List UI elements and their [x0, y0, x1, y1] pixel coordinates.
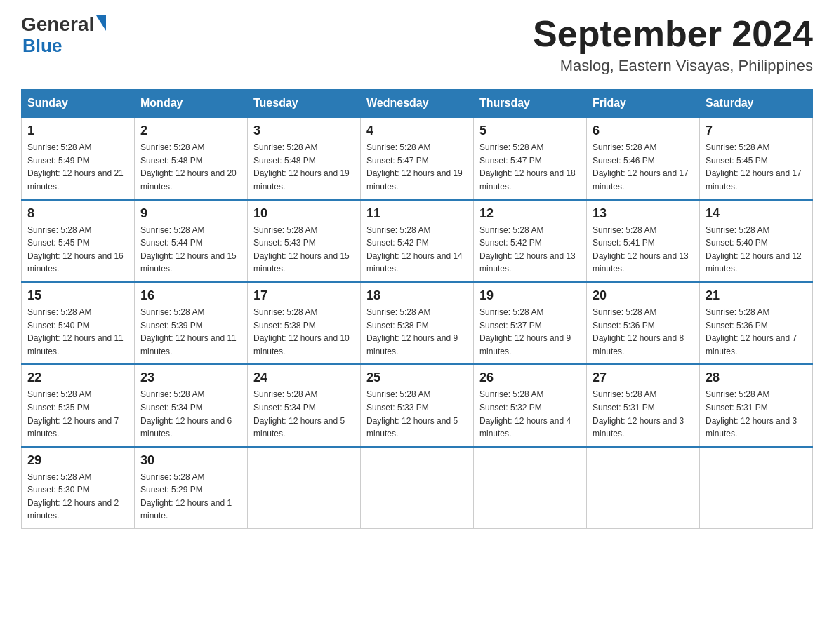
table-row: 27 Sunrise: 5:28 AM Sunset: 5:31 PM Dayl… [587, 364, 700, 446]
sunset-text: Sunset: 5:31 PM [593, 403, 655, 412]
sunset-text: Sunset: 5:41 PM [593, 238, 655, 248]
day-number: 13 [593, 206, 694, 221]
sunset-text: Sunset: 5:38 PM [366, 321, 429, 330]
calendar-week-row: 1 Sunrise: 5:28 AM Sunset: 5:49 PM Dayli… [22, 117, 813, 199]
day-number: 20 [593, 288, 694, 303]
day-info: Sunrise: 5:28 AM Sunset: 5:48 PM Dayligh… [140, 141, 241, 193]
day-info: Sunrise: 5:28 AM Sunset: 5:32 PM Dayligh… [479, 388, 581, 440]
sunset-text: Sunset: 5:40 PM [706, 238, 768, 248]
day-number: 9 [140, 206, 241, 221]
day-info: Sunrise: 5:28 AM Sunset: 5:44 PM Dayligh… [140, 224, 241, 276]
location-subtitle: Maslog, Eastern Visayas, Philippines [533, 57, 813, 75]
header-tuesday: Tuesday [248, 90, 361, 118]
daylight-text: Daylight: 12 hours and 15 minutes. [253, 251, 350, 274]
sunrise-text: Sunrise: 5:28 AM [366, 389, 430, 399]
header-sunday: Sunday [22, 90, 135, 118]
sunset-text: Sunset: 5:48 PM [253, 156, 316, 166]
daylight-text: Daylight: 12 hours and 17 minutes. [706, 168, 802, 192]
sunset-text: Sunset: 5:47 PM [366, 156, 429, 166]
day-number: 19 [479, 288, 581, 303]
sunrise-text: Sunrise: 5:28 AM [27, 472, 91, 482]
sunset-text: Sunset: 5:32 PM [479, 403, 542, 412]
day-number: 12 [479, 206, 581, 221]
calendar-week-row: 29 Sunrise: 5:28 AM Sunset: 5:30 PM Dayl… [22, 447, 813, 529]
table-row: 20 Sunrise: 5:28 AM Sunset: 5:36 PM Dayl… [587, 282, 700, 364]
sunset-text: Sunset: 5:47 PM [479, 156, 542, 166]
table-row: 16 Sunrise: 5:28 AM Sunset: 5:39 PM Dayl… [135, 282, 248, 364]
sunset-text: Sunset: 5:34 PM [253, 403, 316, 412]
table-row: 14 Sunrise: 5:28 AM Sunset: 5:40 PM Dayl… [700, 200, 813, 282]
table-row: 21 Sunrise: 5:28 AM Sunset: 5:36 PM Dayl… [700, 282, 813, 364]
daylight-text: Daylight: 12 hours and 15 minutes. [140, 251, 237, 274]
daylight-text: Daylight: 12 hours and 9 minutes. [366, 333, 458, 356]
day-info: Sunrise: 5:28 AM Sunset: 5:48 PM Dayligh… [253, 141, 355, 193]
sunrise-text: Sunrise: 5:28 AM [479, 142, 543, 152]
daylight-text: Daylight: 12 hours and 12 minutes. [706, 251, 802, 274]
table-row: 10 Sunrise: 5:28 AM Sunset: 5:43 PM Dayl… [248, 200, 361, 282]
header-saturday: Saturday [700, 90, 813, 118]
table-row [587, 447, 700, 529]
daylight-text: Daylight: 12 hours and 1 minute. [140, 498, 232, 521]
day-info: Sunrise: 5:28 AM Sunset: 5:40 PM Dayligh… [27, 306, 128, 358]
daylight-text: Daylight: 12 hours and 2 minutes. [27, 498, 119, 521]
calendar-header-row: Sunday Monday Tuesday Wednesday Thursday… [22, 90, 813, 118]
table-row: 22 Sunrise: 5:28 AM Sunset: 5:35 PM Dayl… [22, 364, 135, 446]
day-number: 28 [706, 370, 807, 385]
day-number: 27 [593, 370, 694, 385]
sunrise-text: Sunrise: 5:28 AM [253, 225, 317, 235]
sunrise-text: Sunrise: 5:28 AM [27, 142, 91, 152]
sunrise-text: Sunrise: 5:28 AM [140, 389, 204, 399]
sunrise-text: Sunrise: 5:28 AM [593, 225, 656, 235]
day-number: 24 [253, 370, 355, 385]
title-section: September 2024 Maslog, Eastern Visayas, … [533, 14, 813, 75]
table-row: 9 Sunrise: 5:28 AM Sunset: 5:44 PM Dayli… [135, 200, 248, 282]
table-row: 19 Sunrise: 5:28 AM Sunset: 5:37 PM Dayl… [474, 282, 587, 364]
sunrise-text: Sunrise: 5:28 AM [253, 389, 317, 399]
day-info: Sunrise: 5:28 AM Sunset: 5:30 PM Dayligh… [27, 471, 128, 523]
day-info: Sunrise: 5:28 AM Sunset: 5:36 PM Dayligh… [706, 306, 807, 358]
header-monday: Monday [135, 90, 248, 118]
table-row: 11 Sunrise: 5:28 AM Sunset: 5:42 PM Dayl… [361, 200, 474, 282]
table-row: 7 Sunrise: 5:28 AM Sunset: 5:45 PM Dayli… [700, 117, 813, 199]
calendar-week-row: 15 Sunrise: 5:28 AM Sunset: 5:40 PM Dayl… [22, 282, 813, 364]
day-number: 22 [27, 370, 128, 385]
sunrise-text: Sunrise: 5:28 AM [140, 472, 204, 482]
table-row: 2 Sunrise: 5:28 AM Sunset: 5:48 PM Dayli… [135, 117, 248, 199]
daylight-text: Daylight: 12 hours and 5 minutes. [366, 416, 458, 439]
day-info: Sunrise: 5:28 AM Sunset: 5:34 PM Dayligh… [140, 388, 241, 440]
sunset-text: Sunset: 5:36 PM [593, 321, 655, 330]
month-title: September 2024 [533, 14, 813, 54]
sunrise-text: Sunrise: 5:28 AM [706, 142, 769, 152]
daylight-text: Daylight: 12 hours and 8 minutes. [593, 333, 684, 356]
day-number: 1 [27, 123, 128, 138]
sunrise-text: Sunrise: 5:28 AM [140, 142, 204, 152]
sunset-text: Sunset: 5:45 PM [706, 156, 768, 166]
table-row: 18 Sunrise: 5:28 AM Sunset: 5:38 PM Dayl… [361, 282, 474, 364]
sunset-text: Sunset: 5:45 PM [27, 238, 90, 248]
sunrise-text: Sunrise: 5:28 AM [253, 142, 317, 152]
sunset-text: Sunset: 5:48 PM [140, 156, 203, 166]
calendar-week-row: 22 Sunrise: 5:28 AM Sunset: 5:35 PM Dayl… [22, 364, 813, 446]
sunset-text: Sunset: 5:36 PM [706, 321, 768, 330]
sunrise-text: Sunrise: 5:28 AM [27, 389, 91, 399]
sunrise-text: Sunrise: 5:28 AM [593, 307, 656, 317]
table-row [248, 447, 361, 529]
day-info: Sunrise: 5:28 AM Sunset: 5:42 PM Dayligh… [366, 224, 468, 276]
day-number: 11 [366, 206, 468, 221]
table-row: 17 Sunrise: 5:28 AM Sunset: 5:38 PM Dayl… [248, 282, 361, 364]
day-number: 16 [140, 288, 241, 303]
day-info: Sunrise: 5:28 AM Sunset: 5:39 PM Dayligh… [140, 306, 241, 358]
day-number: 14 [706, 206, 807, 221]
day-number: 25 [366, 370, 468, 385]
day-number: 10 [253, 206, 355, 221]
day-info: Sunrise: 5:28 AM Sunset: 5:45 PM Dayligh… [706, 141, 807, 193]
sunrise-text: Sunrise: 5:28 AM [479, 225, 543, 235]
sunset-text: Sunset: 5:40 PM [27, 321, 90, 330]
sunset-text: Sunset: 5:49 PM [27, 156, 90, 166]
header-friday: Friday [587, 90, 700, 118]
table-row: 4 Sunrise: 5:28 AM Sunset: 5:47 PM Dayli… [361, 117, 474, 199]
header-thursday: Thursday [474, 90, 587, 118]
table-row: 25 Sunrise: 5:28 AM Sunset: 5:33 PM Dayl… [361, 364, 474, 446]
daylight-text: Daylight: 12 hours and 4 minutes. [479, 416, 571, 439]
sunrise-text: Sunrise: 5:28 AM [706, 225, 769, 235]
